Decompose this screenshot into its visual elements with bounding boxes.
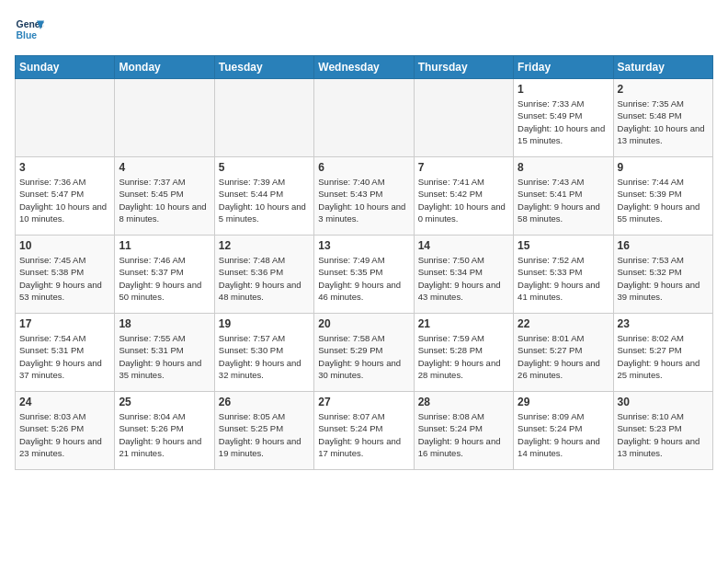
calendar-week-5: 24Sunrise: 8:03 AM Sunset: 5:26 PM Dayli… [16,392,713,470]
day-info: Sunrise: 8:10 AM Sunset: 5:23 PM Dayligh… [618,410,709,459]
calendar-cell: 6Sunrise: 7:40 AM Sunset: 5:43 PM Daylig… [314,157,414,236]
calendar-cell: 1Sunrise: 7:33 AM Sunset: 5:49 PM Daylig… [514,79,613,157]
day-info: Sunrise: 7:39 AM Sunset: 5:44 PM Dayligh… [219,176,310,224]
day-number: 6 [318,161,409,174]
calendar-cell: 11Sunrise: 7:46 AM Sunset: 5:37 PM Dayli… [115,236,214,314]
calendar-cell: 19Sunrise: 7:57 AM Sunset: 5:30 PM Dayli… [214,314,313,392]
day-info: Sunrise: 7:58 AM Sunset: 5:29 PM Dayligh… [318,332,409,381]
calendar-header-row: SundayMondayTuesdayWednesdayThursdayFrid… [16,56,713,79]
day-number: 24 [19,396,110,408]
day-info: Sunrise: 7:53 AM Sunset: 5:32 PM Dayligh… [618,254,709,303]
calendar-cell [214,79,313,157]
calendar-cell: 16Sunrise: 7:53 AM Sunset: 5:32 PM Dayli… [613,236,712,314]
calendar-cell: 12Sunrise: 7:48 AM Sunset: 5:36 PM Dayli… [214,236,313,314]
calendar-cell: 24Sunrise: 8:03 AM Sunset: 5:26 PM Dayli… [16,392,115,470]
day-number: 26 [219,396,310,408]
day-number: 23 [618,317,709,330]
column-header-monday: Monday [115,56,214,79]
day-number: 16 [618,239,709,252]
day-info: Sunrise: 7:50 AM Sunset: 5:34 PM Dayligh… [418,254,509,303]
calendar-cell: 25Sunrise: 8:04 AM Sunset: 5:26 PM Dayli… [115,392,214,470]
calendar-cell [16,79,115,157]
day-number: 2 [618,83,709,96]
day-info: Sunrise: 7:46 AM Sunset: 5:37 PM Dayligh… [119,254,210,303]
column-header-saturday: Saturday [613,56,712,79]
day-number: 8 [518,161,609,174]
calendar-cell: 28Sunrise: 8:08 AM Sunset: 5:24 PM Dayli… [414,392,513,470]
calendar-cell: 29Sunrise: 8:09 AM Sunset: 5:24 PM Dayli… [514,392,613,470]
day-info: Sunrise: 7:33 AM Sunset: 5:49 PM Dayligh… [518,98,609,146]
day-info: Sunrise: 7:48 AM Sunset: 5:36 PM Dayligh… [219,254,310,303]
day-info: Sunrise: 7:55 AM Sunset: 5:31 PM Dayligh… [119,332,210,381]
calendar-cell: 23Sunrise: 8:02 AM Sunset: 5:27 PM Dayli… [613,314,712,392]
day-info: Sunrise: 7:37 AM Sunset: 5:45 PM Dayligh… [119,176,210,224]
day-info: Sunrise: 8:02 AM Sunset: 5:27 PM Dayligh… [618,332,709,381]
day-number: 30 [618,396,709,408]
calendar-cell: 13Sunrise: 7:49 AM Sunset: 5:35 PM Dayli… [314,236,414,314]
calendar-table: SundayMondayTuesdayWednesdayThursdayFrid… [15,55,713,470]
day-number: 18 [119,317,210,330]
calendar-week-2: 3Sunrise: 7:36 AM Sunset: 5:47 PM Daylig… [16,157,713,236]
calendar-cell: 15Sunrise: 7:52 AM Sunset: 5:33 PM Dayli… [514,236,613,314]
day-number: 29 [518,396,609,408]
logo-icon: General Blue [15,15,44,44]
day-number: 11 [119,239,210,252]
day-number: 25 [119,396,210,408]
calendar-cell: 27Sunrise: 8:07 AM Sunset: 5:24 PM Dayli… [314,392,414,470]
day-number: 5 [219,161,310,174]
column-header-tuesday: Tuesday [214,56,313,79]
calendar-cell [115,79,214,157]
day-info: Sunrise: 7:43 AM Sunset: 5:41 PM Dayligh… [518,176,609,224]
day-info: Sunrise: 8:08 AM Sunset: 5:24 PM Dayligh… [418,410,509,459]
svg-text:Blue: Blue [17,30,38,40]
day-info: Sunrise: 7:35 AM Sunset: 5:48 PM Dayligh… [618,98,709,146]
day-number: 15 [518,239,609,252]
calendar-cell: 14Sunrise: 7:50 AM Sunset: 5:34 PM Dayli… [414,236,513,314]
day-info: Sunrise: 7:41 AM Sunset: 5:42 PM Dayligh… [418,176,509,224]
calendar-cell: 2Sunrise: 7:35 AM Sunset: 5:48 PM Daylig… [613,79,712,157]
calendar-cell: 21Sunrise: 7:59 AM Sunset: 5:28 PM Dayli… [414,314,513,392]
day-info: Sunrise: 8:05 AM Sunset: 5:25 PM Dayligh… [219,410,310,459]
day-number: 10 [19,239,110,252]
day-info: Sunrise: 8:09 AM Sunset: 5:24 PM Dayligh… [518,410,609,459]
day-info: Sunrise: 7:49 AM Sunset: 5:35 PM Dayligh… [318,254,409,303]
page-header: General Blue [15,15,713,44]
day-number: 4 [119,161,210,174]
day-number: 3 [19,161,110,174]
day-info: Sunrise: 8:01 AM Sunset: 5:27 PM Dayligh… [518,332,609,381]
day-info: Sunrise: 7:54 AM Sunset: 5:31 PM Dayligh… [19,332,110,381]
calendar-cell: 9Sunrise: 7:44 AM Sunset: 5:39 PM Daylig… [613,157,712,236]
calendar-cell: 5Sunrise: 7:39 AM Sunset: 5:44 PM Daylig… [214,157,313,236]
day-number: 20 [318,317,409,330]
calendar-cell: 10Sunrise: 7:45 AM Sunset: 5:38 PM Dayli… [16,236,115,314]
day-info: Sunrise: 8:07 AM Sunset: 5:24 PM Dayligh… [318,410,409,459]
column-header-thursday: Thursday [414,56,513,79]
day-number: 22 [518,317,609,330]
calendar-week-3: 10Sunrise: 7:45 AM Sunset: 5:38 PM Dayli… [16,236,713,314]
calendar-cell: 30Sunrise: 8:10 AM Sunset: 5:23 PM Dayli… [613,392,712,470]
calendar-week-1: 1Sunrise: 7:33 AM Sunset: 5:49 PM Daylig… [16,79,713,157]
column-header-friday: Friday [514,56,613,79]
day-number: 27 [318,396,409,408]
calendar-cell: 22Sunrise: 8:01 AM Sunset: 5:27 PM Dayli… [514,314,613,392]
calendar-cell: 3Sunrise: 7:36 AM Sunset: 5:47 PM Daylig… [16,157,115,236]
day-info: Sunrise: 7:45 AM Sunset: 5:38 PM Dayligh… [19,254,110,303]
calendar-week-4: 17Sunrise: 7:54 AM Sunset: 5:31 PM Dayli… [16,314,713,392]
day-info: Sunrise: 7:44 AM Sunset: 5:39 PM Dayligh… [618,176,709,224]
day-number: 7 [418,161,509,174]
day-number: 13 [318,239,409,252]
day-info: Sunrise: 7:36 AM Sunset: 5:47 PM Dayligh… [19,176,110,224]
calendar-cell [414,79,513,157]
column-header-wednesday: Wednesday [314,56,414,79]
day-number: 21 [418,317,509,330]
logo: General Blue [15,15,44,44]
calendar-cell [314,79,414,157]
day-info: Sunrise: 7:52 AM Sunset: 5:33 PM Dayligh… [518,254,609,303]
day-info: Sunrise: 7:40 AM Sunset: 5:43 PM Dayligh… [318,176,409,224]
column-header-sunday: Sunday [16,56,115,79]
calendar-cell: 7Sunrise: 7:41 AM Sunset: 5:42 PM Daylig… [414,157,513,236]
day-number: 14 [418,239,509,252]
calendar-cell: 17Sunrise: 7:54 AM Sunset: 5:31 PM Dayli… [16,314,115,392]
calendar-cell: 18Sunrise: 7:55 AM Sunset: 5:31 PM Dayli… [115,314,214,392]
day-number: 28 [418,396,509,408]
